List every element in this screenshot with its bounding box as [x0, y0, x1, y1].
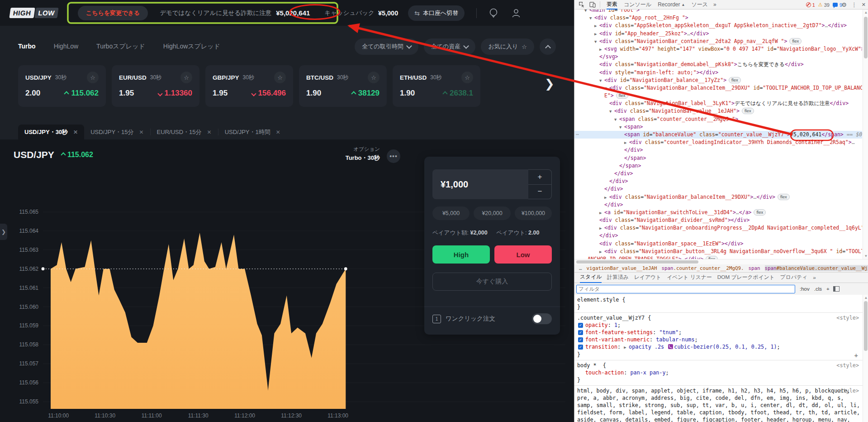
expand-shorthand-icon[interactable]: ▶ [624, 345, 629, 350]
nav-tab-HighLowスプレッド[interactable]: HighLowスプレッド [163, 43, 220, 51]
stylesheet-link[interactable]: <style> [836, 314, 859, 321]
close-tab-icon[interactable]: ✕ [139, 129, 144, 135]
nav-tab-Turbo[interactable]: Turbo [18, 43, 36, 51]
favorite-star-icon[interactable]: ☆ [180, 72, 192, 83]
tree-line-17[interactable]: ▶<div class="counter_loadingIndicator__3… [574, 139, 862, 146]
tree-line-20[interactable]: </span> [574, 162, 862, 170]
amount-input[interactable]: ¥1,000 [432, 169, 528, 199]
stylesheet-link[interactable]: <style> [836, 362, 859, 369]
one-click-toggle[interactable] [532, 313, 552, 324]
style-rule-3[interactable]: html, body, div, span, applet, object, i… [574, 386, 863, 422]
kebab-menu-icon[interactable]: ⋮ [851, 1, 857, 8]
style-rule-1[interactable]: .counter_value__WjzY7 {<style>✓opacity: … [574, 313, 863, 360]
user-profile-icon[interactable] [510, 7, 522, 19]
chart-tab-2[interactable]: EUR/USD・15分✕ [151, 125, 218, 139]
tree-line-22[interactable]: </div> [574, 177, 862, 185]
tree-line-1[interactable]: ▼<div class="App_root__2HnFg "> [574, 14, 862, 22]
favorite-star-icon[interactable]: ☆ [87, 72, 99, 83]
styles-tab-レイアウト[interactable]: レイアウト [634, 273, 661, 283]
buy-now-button[interactable]: 今すぐ購入 [432, 273, 552, 291]
styles-scroll-thumb[interactable] [864, 301, 868, 351]
stylesheet-link[interactable]: <style> [836, 387, 859, 394]
declaration-checkbox[interactable]: ✓ [578, 323, 583, 328]
warning-count[interactable]: 39 [824, 2, 830, 8]
scroll-up-icon[interactable]: ▲ [863, 10, 868, 14]
css-declaration[interactable]: ✓font-variant-numeric: tabular-nums; [577, 336, 860, 343]
chart-tab-3[interactable]: USD/JPY・1時間✕ [218, 125, 287, 139]
close-tab-icon[interactable]: ✕ [207, 129, 212, 135]
tree-line-0[interactable]: ▼<main id="root"> [574, 10, 862, 14]
settings-gear-icon[interactable]: ⚙ [841, 1, 847, 8]
tree-line-12[interactable]: <div class="NavigationBar_label__3LyK1">… [574, 100, 862, 107]
tree-line-2[interactable]: ▶<div class="AppSkeleton_appSkeleton__dx… [574, 22, 862, 29]
tree-line-11[interactable]: E">flex [574, 92, 862, 100]
breadcrumb-4[interactable]: span#balanceValue.counter_value__WjzY7 [765, 265, 868, 271]
instrument-card-GBP-JPY[interactable]: GBP/JPY30秒☆1.95156.496 [205, 65, 293, 107]
tree-horizontal-scrollbar[interactable] [574, 259, 868, 264]
tree-line-28[interactable]: ▶<div class="NavigationBar_onboardingPro… [574, 224, 862, 232]
new-rule-button[interactable]: + [826, 286, 830, 292]
computed-sidebar-icon[interactable] [833, 286, 840, 292]
devtools-tab-Recorder[interactable]: Recorder▲ [658, 0, 685, 10]
tree-line-32[interactable]: _ANCHOR_ID_OPEN_TRADES_TOGGLE">…</div>fl… [574, 255, 862, 259]
styles-tab-DOM ブレークポイント[interactable]: DOM ブレークポイント [717, 273, 775, 283]
inspect-element-icon[interactable] [578, 1, 585, 8]
css-declaration[interactable]: ✓font-feature-settings: "tnum"; [577, 329, 860, 336]
styles-tab-計算済み[interactable]: 計算済み [607, 273, 628, 283]
instrument-card-BTC-USD[interactable]: BTC/USD30秒☆1.9038129 [299, 65, 387, 107]
low-button[interactable]: Low [494, 245, 552, 264]
breadcrumb-0[interactable]: … [579, 265, 582, 271]
declaration-checkbox[interactable]: ✓ [578, 330, 583, 335]
favorite-star-icon[interactable]: ☆ [461, 72, 473, 83]
tree-line-8[interactable]: <div style="margin-left: auto;"></div> [574, 69, 862, 77]
tree-line-18[interactable]: </div> [574, 146, 862, 154]
tree-vertical-scrollbar[interactable]: ▲ ▼ [863, 10, 868, 259]
cubic-bezier-icon[interactable] [668, 344, 673, 349]
styles-tab-イベント リスナー[interactable]: イベント リスナー [667, 273, 712, 283]
collapse-cards-button[interactable] [540, 38, 556, 55]
favorite-star-icon[interactable]: ☆ [274, 72, 286, 83]
declaration-checkbox[interactable]: ✓ [578, 337, 583, 342]
tree-line-10[interactable]: ▼<div class="NavigationBar_balanceItem__… [574, 84, 862, 92]
css-declaration[interactable]: ✓transition: ▶ opacity .2s cubic-bezier(… [577, 343, 860, 351]
breadcrumb-1[interactable]: vigationBar_value__1eJAH [587, 265, 657, 271]
tree-line-24[interactable]: ▶<div class="NavigationBar_balanceItem__… [574, 193, 862, 201]
tree-line-15[interactable]: ▼<span> [574, 123, 862, 131]
tree-line-9[interactable]: ▼<div id="NavigationBar_balance__17yZz">… [574, 77, 862, 84]
tree-line-6[interactable]: </svg> [574, 53, 862, 61]
issues-icon[interactable] [833, 3, 838, 7]
filter-favorites[interactable]: お気に入り☆ [481, 38, 534, 55]
tree-line-26[interactable]: ▶<a id="NavigationBar_switchToLive__31dD… [574, 209, 862, 216]
devtools-tab-ソース[interactable]: ソース [691, 0, 708, 10]
switch-to-live-button[interactable]: ⇆ 本口座へ切替 [408, 5, 465, 21]
quick-amount-5000[interactable]: ¥5,000 [432, 206, 470, 220]
tree-line-14[interactable]: ▼<span class="counter_counter__2MgQ9 "> [574, 115, 862, 123]
styles-filter-input[interactable] [576, 285, 795, 293]
filter-duration[interactable]: 全ての取引時間 [355, 38, 418, 55]
close-devtools-icon[interactable]: ✕ [862, 2, 866, 8]
hover-state-button[interactable]: :hov [800, 286, 810, 292]
tree-line-5[interactable]: ▶<svg width="497" height="147" viewBox="… [574, 45, 862, 53]
add-declaration-button[interactable]: + [854, 352, 858, 359]
style-rule-0[interactable]: element.style {} [574, 295, 863, 313]
styles-vertical-scrollbar[interactable]: ▲ [863, 295, 868, 422]
highlow-logo[interactable]: HIGH LOW [9, 8, 58, 18]
error-icon[interactable] [806, 2, 811, 7]
instrument-card-USD-JPY[interactable]: USD/JPY30秒☆2.00115.062 [18, 65, 106, 107]
chart-tab-1[interactable]: USD/JPY・15分✕ [84, 125, 150, 139]
device-toolbar-icon[interactable] [589, 1, 596, 8]
error-count[interactable]: 1 [812, 2, 815, 8]
quick-amount-100000[interactable]: ¥100,000 [515, 206, 552, 220]
more-tabs-button[interactable]: » [713, 1, 716, 8]
filter-asset[interactable]: 全ての資産 [424, 38, 476, 55]
tree-line-30[interactable]: <div class="NavigationBar_space__1EzEW">… [574, 240, 862, 248]
class-toggle-button[interactable]: .cls [814, 286, 822, 292]
styles-tab-スタイル[interactable]: スタイル [580, 273, 602, 283]
tree-line-13[interactable]: ▼<div class="NavigationBar_value__1eJAH"… [574, 107, 862, 115]
styles-tab-»[interactable]: » [813, 273, 816, 283]
warning-icon[interactable]: ⚠ [818, 2, 823, 8]
amount-increase-button[interactable]: + [528, 170, 551, 185]
tree-line-29[interactable]: </div> [574, 232, 862, 240]
elements-tree[interactable]: ▼<main id="root">▼<div class="App_root__… [574, 10, 862, 259]
instrument-card-EUR-USD[interactable]: EUR/USD30秒☆1.951.13360 [112, 65, 199, 107]
